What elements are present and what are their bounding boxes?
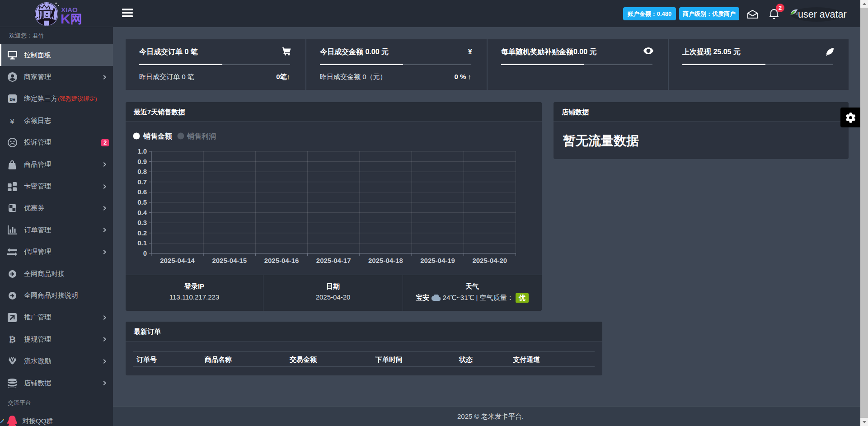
- svg-text:2025-04-16: 2025-04-16: [264, 257, 299, 264]
- svg-text:0.2: 0.2: [137, 229, 147, 237]
- svg-text:销售利润: 销售利润: [187, 132, 216, 140]
- svg-text:0.4: 0.4: [137, 209, 147, 216]
- svg-text:Be: Be: [9, 97, 15, 102]
- svg-text:2025-04-19: 2025-04-19: [420, 257, 455, 264]
- svg-text:2025-04-18: 2025-04-18: [368, 257, 403, 264]
- svg-text:0.9: 0.9: [137, 158, 147, 165]
- svg-text:0: 0: [143, 249, 147, 257]
- svg-text:1.0: 1.0: [137, 147, 147, 155]
- svg-text:2025-04-15: 2025-04-15: [212, 257, 247, 264]
- svg-text:销售金额: 销售金额: [143, 132, 172, 140]
- svg-text:0.5: 0.5: [137, 198, 147, 206]
- svg-text:¥: ¥: [9, 117, 14, 125]
- svg-text:0.7: 0.7: [137, 178, 147, 186]
- svg-text:网: 网: [70, 12, 82, 26]
- svg-text:₿: ₿: [9, 335, 15, 344]
- svg-text:0.8: 0.8: [137, 168, 147, 175]
- svg-text:2025-04-20: 2025-04-20: [472, 257, 507, 264]
- svg-text:0.3: 0.3: [137, 219, 147, 226]
- svg-text:0.1: 0.1: [137, 239, 147, 247]
- svg-text:2025-04-14: 2025-04-14: [160, 257, 195, 264]
- svg-text:K: K: [61, 11, 70, 26]
- svg-text:0.6: 0.6: [137, 188, 147, 196]
- svg-text:2025-04-17: 2025-04-17: [316, 257, 351, 264]
